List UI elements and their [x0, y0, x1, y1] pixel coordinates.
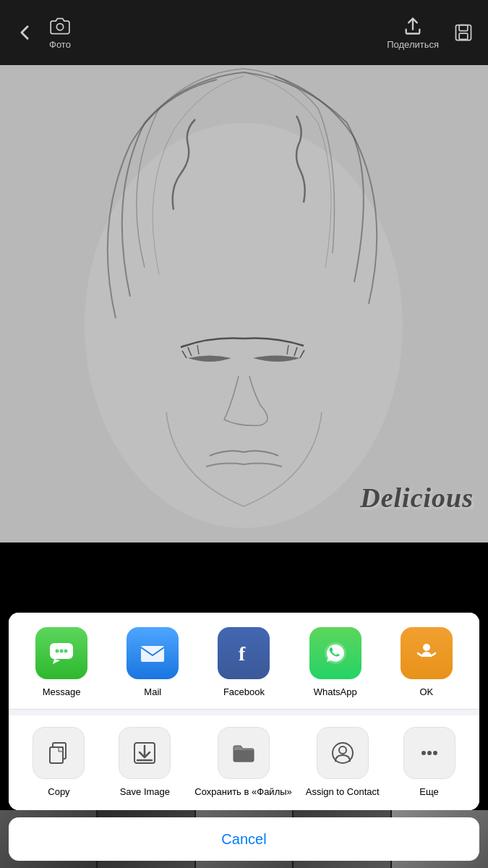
app-ok[interactable]: OK [390, 627, 463, 697]
message-icon [35, 627, 87, 679]
save-files-icon [218, 727, 270, 779]
assign-contact-label: Assign to Contact [306, 786, 380, 799]
svg-point-21 [427, 751, 432, 755]
cancel-label: Cancel [221, 831, 266, 848]
ok-label: OK [419, 686, 433, 697]
share-label: Поделиться [387, 39, 439, 50]
svg-point-13 [423, 644, 430, 651]
watermark: Delicious [360, 482, 474, 514]
action-assign-contact[interactable]: Assign to Contact [306, 727, 380, 799]
svg-point-8 [60, 650, 64, 653]
save-image-label: Save Image [120, 786, 170, 799]
app-facebook[interactable]: f Facebook [207, 627, 280, 697]
svg-rect-2 [459, 25, 468, 31]
action-save-files[interactable]: Сохранить в «Файлы» [194, 727, 292, 799]
svg-rect-1 [456, 25, 471, 41]
image-area: Delicious [0, 65, 488, 542]
camera-button[interactable]: Фото [49, 16, 71, 50]
save-files-label: Сохранить в «Файлы» [194, 786, 292, 799]
back-button[interactable] [14, 22, 35, 43]
share-sheet: Message Mail f Facebook [9, 613, 479, 810]
more-icon [403, 727, 455, 779]
message-label: Message [43, 686, 81, 697]
svg-point-7 [56, 650, 59, 653]
actions-row: Copy Save Image Сохранить в «Файлы» [9, 715, 479, 810]
svg-rect-3 [459, 33, 468, 39]
action-save-image[interactable]: Save Image [108, 727, 181, 799]
action-more[interactable]: Еще [393, 727, 466, 799]
svg-point-19 [339, 746, 346, 754]
cancel-button[interactable]: Cancel [9, 817, 479, 861]
apps-row: Message Mail f Facebook [9, 613, 479, 710]
ok-icon [401, 627, 453, 679]
svg-text:f: f [239, 642, 246, 665]
copy-label: Copy [48, 786, 69, 799]
svg-rect-10 [141, 646, 164, 662]
svg-point-20 [421, 751, 426, 755]
whatsapp-icon [309, 627, 361, 679]
save-image-icon [119, 727, 171, 779]
camera-label: Фото [49, 39, 71, 50]
save-button[interactable] [453, 22, 474, 43]
action-copy[interactable]: Copy [22, 727, 95, 799]
app-whatsapp[interactable]: WhatsApp [299, 627, 372, 697]
copy-icon [33, 727, 85, 779]
mail-icon [127, 627, 179, 679]
svg-point-22 [433, 751, 437, 755]
app-message[interactable]: Message [25, 627, 98, 697]
svg-point-0 [56, 23, 63, 30]
facebook-label: Facebook [223, 686, 265, 697]
whatsapp-label: WhatsApp [314, 686, 357, 697]
facebook-icon: f [218, 627, 270, 679]
app-mail[interactable]: Mail [116, 627, 189, 697]
svg-point-9 [64, 650, 68, 653]
mail-label: Mail [144, 686, 161, 697]
more-label: Еще [419, 786, 438, 799]
share-button[interactable]: Поделиться [387, 16, 439, 50]
top-bar: Фото Поделиться [0, 0, 488, 65]
assign-contact-icon [317, 727, 369, 779]
svg-rect-17 [234, 750, 254, 762]
svg-point-5 [85, 123, 403, 528]
